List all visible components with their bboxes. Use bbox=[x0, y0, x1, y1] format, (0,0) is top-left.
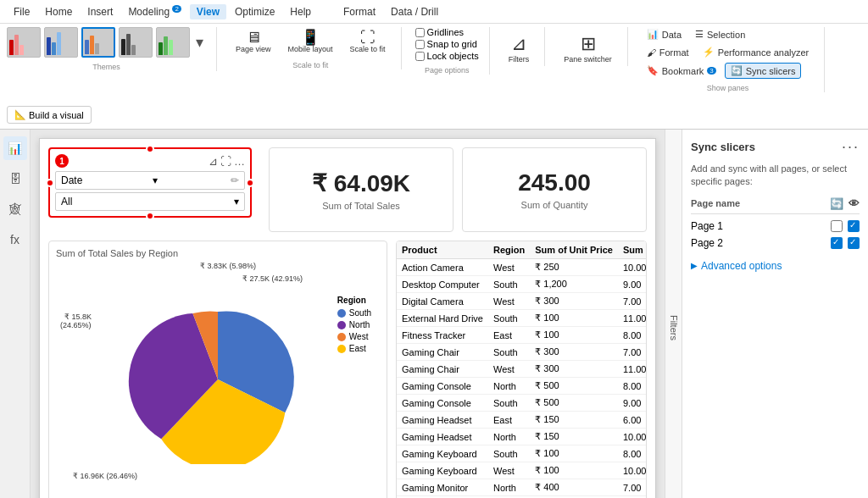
legend-south: South bbox=[337, 308, 371, 318]
lock-checkbox[interactable] bbox=[415, 52, 425, 61]
ribbon-group-build: 📐 Build a visual bbox=[7, 106, 102, 124]
menu-home[interactable]: Home bbox=[38, 4, 79, 19]
ribbon-group-page-options: Gridlines Snap to grid Lock objects Page… bbox=[415, 27, 490, 75]
theme-1[interactable] bbox=[7, 27, 41, 58]
snap-to-grid-option[interactable]: Snap to grid bbox=[415, 39, 477, 49]
model-view-icon[interactable]: 🕸 bbox=[3, 197, 27, 221]
pie-label-east: ₹ 16.96K (26.46%) bbox=[73, 472, 137, 480]
menu-data-drill[interactable]: Data / Drill bbox=[384, 4, 445, 19]
slicer-handle-top[interactable] bbox=[146, 145, 154, 153]
sync-refresh-icon: 🔄 bbox=[830, 197, 843, 210]
sync-slicers-panel: Sync slicers ··· Add and sync with all p… bbox=[682, 130, 868, 498]
sync-page1-visible-checkbox[interactable] bbox=[848, 220, 860, 232]
menu-modeling[interactable]: Modeling 2 bbox=[121, 3, 187, 19]
page-view-btn[interactable]: 🖥 Page view bbox=[231, 27, 276, 56]
bookmark-btn[interactable]: 🔖 Bookmark 3 bbox=[642, 64, 721, 78]
sync-page1-name: Page 1 bbox=[691, 220, 831, 232]
pie-title: Sum of Total Sales by Region bbox=[56, 248, 380, 258]
theme-4[interactable] bbox=[119, 27, 153, 58]
legend-west-dot bbox=[337, 333, 346, 341]
build-visual-icon: 📐 bbox=[14, 109, 26, 120]
scale-icon: ⛶ bbox=[360, 30, 376, 45]
sync-page2-sync-checkbox[interactable] bbox=[831, 237, 843, 249]
advanced-options[interactable]: ▶ Advanced options bbox=[691, 260, 860, 272]
menu-file[interactable]: File bbox=[7, 4, 36, 19]
data-pane-btn[interactable]: 📊 Data bbox=[642, 27, 687, 42]
format-pane-btn[interactable]: 🖌 Format bbox=[642, 46, 694, 59]
pie-chart-card: Sum of Total Sales by Region bbox=[48, 241, 387, 498]
menu-format[interactable]: Format bbox=[337, 4, 382, 19]
slicer-filter-icon[interactable]: ⊿ bbox=[209, 155, 218, 168]
sync-eye-icon: 👁 bbox=[849, 197, 860, 210]
table-row: Gaming ConsoleSouth₹ 5009.00 bbox=[397, 395, 647, 412]
pie-label-south: ₹ 27.5K (42.91%) bbox=[242, 274, 303, 283]
lock-objects-option[interactable]: Lock objects bbox=[415, 51, 479, 61]
gridlines-option[interactable]: Gridlines bbox=[415, 27, 464, 37]
slicer-handle-left[interactable] bbox=[46, 179, 54, 187]
table-row: External Hard DriveSouth₹ 10011.00 bbox=[397, 310, 647, 327]
performance-icon: ⚡ bbox=[703, 47, 715, 58]
quantity-kpi-card: 245.00 Sum of Quantity bbox=[462, 147, 647, 232]
selection-pane-btn[interactable]: ☰ Selection bbox=[690, 27, 750, 42]
left-sidebar: 📊 🗄 🕸 fx bbox=[0, 130, 31, 498]
slicer-edit-icon[interactable]: ✏ bbox=[231, 174, 239, 186]
slicer-expand-icon[interactable]: ⛶ bbox=[220, 155, 231, 168]
sync-panel-more[interactable]: ··· bbox=[842, 138, 860, 156]
table-row: Digital CameraWest₹ 3007.00 bbox=[397, 293, 647, 310]
menu-optimize[interactable]: Optimize bbox=[228, 4, 281, 19]
legend-west: West bbox=[337, 332, 371, 341]
sync-slicers-btn[interactable]: 🔄 Sync slicers bbox=[725, 63, 802, 79]
selection-icon: ☰ bbox=[695, 29, 704, 40]
build-visual-btn[interactable]: 📐 Build a visual bbox=[7, 106, 92, 124]
sync-table-header: Page name 🔄 👁 bbox=[691, 197, 860, 214]
sync-page2-visible-checkbox[interactable] bbox=[848, 237, 860, 249]
slicer-handle-right[interactable] bbox=[246, 179, 254, 187]
report-view-icon[interactable]: 📊 bbox=[3, 136, 27, 160]
slicer-value-dropdown[interactable]: All ▾ bbox=[55, 192, 245, 211]
sync-page1-sync-checkbox[interactable] bbox=[831, 220, 843, 232]
theme-3[interactable] bbox=[81, 27, 115, 58]
data-view-icon[interactable]: 🗄 bbox=[3, 167, 27, 191]
ribbon-group-show-panes: 📊 Data ☰ Selection 🖌 Format ⚡ Performanc… bbox=[642, 27, 825, 92]
filters-panel[interactable]: Filters bbox=[665, 130, 682, 498]
dropdown-arrow-icon: ▾ bbox=[153, 174, 158, 186]
table-row: Desktop ComputerSouth₹ 1,2009.00 bbox=[397, 276, 647, 293]
table-row: Action CameraWest₹ 25010.00 bbox=[397, 259, 647, 276]
page-options-label: Page options bbox=[415, 66, 479, 75]
theme-2[interactable] bbox=[44, 27, 78, 58]
bookmark-icon: 🔖 bbox=[647, 65, 659, 76]
data-table: Product Region Sum of Unit Price Sum of … bbox=[397, 241, 647, 498]
data-table-card: Product Region Sum of Unit Price Sum of … bbox=[396, 241, 647, 498]
theme-5[interactable] bbox=[156, 27, 190, 58]
mobile-layout-btn[interactable]: 📱 Mobile layout bbox=[283, 27, 338, 56]
gridlines-checkbox[interactable] bbox=[415, 28, 425, 37]
ribbon-group-page-view: 🖥 Page view 📱 Mobile layout ⛶ Scale to f… bbox=[231, 27, 402, 69]
slicer-more-icon[interactable]: … bbox=[234, 155, 245, 168]
pane-switcher-btn[interactable]: ⊞ Pane switcher bbox=[559, 30, 617, 66]
slicer-field-dropdown[interactable]: Date ▾ ✏ bbox=[55, 171, 245, 190]
menu-view[interactable]: View bbox=[190, 4, 226, 19]
performance-btn[interactable]: ⚡ Performance analyzer bbox=[698, 45, 815, 59]
ribbon-group-pane: ⊞ Pane switcher bbox=[559, 27, 628, 66]
dax-icon[interactable]: fx bbox=[3, 228, 27, 252]
menu-help[interactable]: Help bbox=[283, 4, 318, 19]
col-unit-price: Sum of Unit Price bbox=[530, 241, 618, 259]
scale-to-fit-btn[interactable]: ⛶ Scale to fit bbox=[345, 27, 391, 56]
filters-icon: ⊿ bbox=[511, 33, 526, 55]
themes-dropdown[interactable]: ▾ bbox=[193, 33, 206, 52]
col-product: Product bbox=[397, 241, 488, 259]
table-row: Fitness TrackerEast₹ 1008.00 bbox=[397, 327, 647, 344]
charts-row: Sum of Total Sales by Region bbox=[48, 241, 647, 498]
format-icon: 🖌 bbox=[647, 47, 656, 58]
data-icon: 📊 bbox=[647, 29, 659, 40]
menu-insert[interactable]: Insert bbox=[81, 4, 120, 19]
legend-title: Region bbox=[337, 296, 371, 305]
filters-btn[interactable]: ⊿ Filters bbox=[504, 30, 535, 66]
slicer-handle-bottom[interactable] bbox=[146, 212, 154, 220]
legend-east-dot bbox=[337, 345, 346, 353]
quantity-value: 245.00 bbox=[518, 169, 591, 196]
snap-checkbox[interactable] bbox=[415, 40, 425, 49]
pie-label-west: ₹ 3.83K (5.98%) bbox=[200, 262, 256, 270]
kpi-row: ₹ 64.09K Sum of Total Sales 245.00 Sum o… bbox=[269, 147, 647, 232]
pane-switcher-icon: ⊞ bbox=[581, 33, 596, 55]
